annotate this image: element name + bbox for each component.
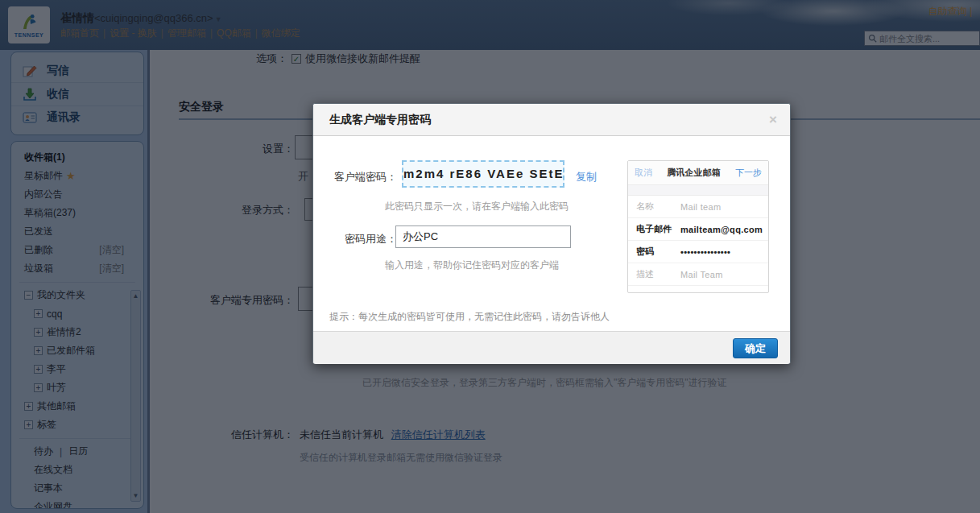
dialog-footer: 确定 [313,331,790,364]
password-purpose-input[interactable] [395,225,571,248]
app-window: TENNSEY 崔情情<cuiqingqing@qq366.cn>▼ 邮箱首页|… [0,0,980,513]
client-password-field-label: 客户端密码： [326,170,397,184]
preview-row-description: 描述 Mail Team [628,263,768,286]
dialog-title: 生成客户端专用密码 [329,113,431,127]
dialog-titlebar: 生成客户端专用密码 [313,104,790,136]
generated-password-box: m2m4 rE86 VAEe SEtE [402,160,564,188]
copy-password-link[interactable]: 复制 [576,170,597,184]
preview-cancel-button: 取消 [635,167,652,179]
preview-card-header: 取消 腾讯企业邮箱 下一步 [628,161,768,185]
close-icon[interactable]: × [769,113,777,126]
preview-spacer [628,185,768,196]
password-purpose-label: 密码用途： [326,232,397,246]
confirm-button[interactable]: 确定 [733,338,778,358]
preview-row-password: 密码 ••••••••••••••• [628,241,768,263]
generate-client-password-dialog: 生成客户端专用密码 × 客户端密码： m2m4 rE86 VAEe SEtE 复… [312,103,791,364]
preview-row-name: 名称 Mail team [628,196,768,218]
purpose-helper-note: 输入用途，帮助你记住密码对应的客户端 [385,259,559,272]
password-shown-once-note: 此密码只显示一次，请在客户端输入此密码 [385,200,569,213]
mail-client-preview-card: 取消 腾讯企业邮箱 下一步 名称 Mail team 电子邮件 mailteam… [627,160,769,293]
dialog-tip-text: 提示：每次生成的密码皆可使用，无需记住此密码，请勿告诉他人 [329,310,610,324]
preview-next-button: 下一步 [735,167,762,179]
preview-row-email: 电子邮件 mailteam@qq.com [628,218,768,241]
preview-title: 腾讯企业邮箱 [668,167,721,179]
